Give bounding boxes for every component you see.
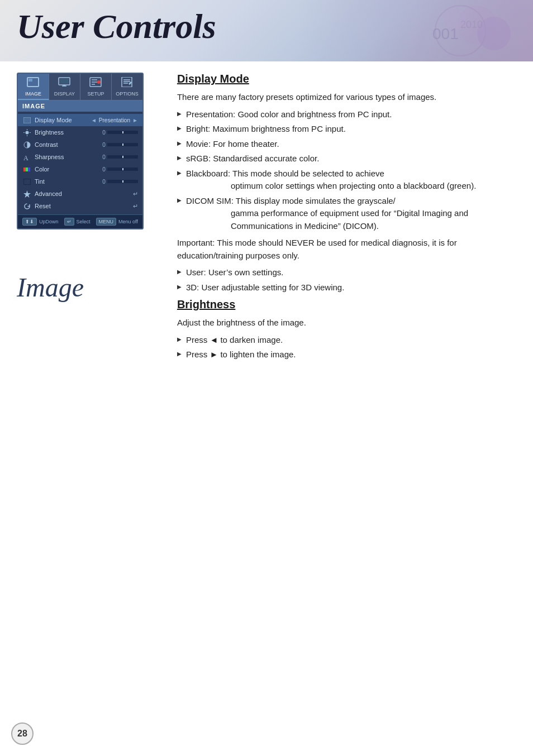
menu-item-reset[interactable]: Reset ↵ <box>18 200 142 212</box>
advanced-value: ↵ <box>133 190 138 198</box>
menu-item-sharpness[interactable]: A Sharpness 0 <box>18 151 142 163</box>
sharpness-label: Sharpness <box>35 154 99 160</box>
color-label: Color <box>35 166 99 173</box>
select-icon: ↵ <box>64 218 74 226</box>
updown-label: UpDown <box>39 219 59 224</box>
advanced-label: Advanced <box>35 190 133 197</box>
color-value: 0 <box>99 166 138 173</box>
svg-rect-30 <box>26 168 28 171</box>
menu-item-contrast[interactable]: Contrast 0 <box>18 138 142 151</box>
svg-point-22 <box>25 131 28 134</box>
display-mode-current: Presentation <box>99 117 130 123</box>
contrast-icon <box>22 140 31 149</box>
svg-point-16 <box>97 80 101 84</box>
advanced-icon <box>22 189 31 198</box>
image-label: Image <box>17 274 84 301</box>
bullet-dicom-indent: gamma performance of equipment used for … <box>186 207 516 232</box>
header-area: User Controls 001 2010 <box>0 0 533 61</box>
tab-options[interactable]: OPTIONS <box>112 74 142 100</box>
bullet-blackboard: Blackboard: This mode should be selected… <box>177 168 516 193</box>
contrast-slider[interactable] <box>107 143 138 146</box>
svg-rect-31 <box>28 168 30 171</box>
bullet-movie: Movie: For home theater. <box>177 138 516 151</box>
bullet-dicom-main: DICOM SIM: This display mode simulates t… <box>186 196 396 205</box>
sharpness-slider[interactable] <box>107 155 138 159</box>
display-mode-desc: There are many factory presets optimized… <box>160 91 516 104</box>
setup-tab-icon <box>89 77 102 90</box>
display-mode-title: Display Mode <box>160 73 516 85</box>
tab-display[interactable]: DISPLAY <box>49 74 80 100</box>
tint-icon <box>22 177 31 186</box>
tab-bar: IMAGE DISPLAY SETUP <box>18 74 142 101</box>
color-num: 0 <box>99 166 106 173</box>
menu-item-color[interactable]: Color 0 <box>18 163 142 175</box>
advanced-enter-icon: ↵ <box>133 190 138 198</box>
brightness-bullets: Press ◄ to darken image. Press ► to ligh… <box>160 334 516 361</box>
svg-rect-33 <box>24 179 30 184</box>
menu-item-brightness[interactable]: Brightness 0 <box>18 126 142 138</box>
menu-box: IMAGE DISPLAY SETUP <box>17 73 144 229</box>
display-mode-label: Display Mode <box>35 117 91 123</box>
display-mode-bullets: Presentation: Good color and brightness … <box>160 108 516 233</box>
display-mode-icon <box>22 116 31 125</box>
important-text: Important: This mode should NEVER be use… <box>160 237 516 262</box>
left-arrow: ◄ <box>91 117 97 123</box>
contrast-num: 0 <box>99 142 106 148</box>
tint-slider[interactable] <box>107 180 138 183</box>
select-label: Select <box>77 219 91 224</box>
updown-control: ⬆⬇ UpDown <box>22 218 59 226</box>
options-tab-icon <box>121 77 133 90</box>
bullet-user: User: User’s own settings. <box>177 266 516 279</box>
tab-options-label: OPTIONS <box>116 91 139 97</box>
display-mode-value: ◄ Presentation ► <box>91 117 138 123</box>
brightness-slider[interactable] <box>107 131 138 134</box>
bullet-dicom: DICOM SIM: This display mode simulates t… <box>177 195 516 233</box>
bullet-blackboard-main: Blackboard: This mode should be selected… <box>186 169 384 178</box>
bullet-darken: Press ◄ to darken image. <box>177 334 516 347</box>
bullet-blackboard-indent: optimum color settings when projecting o… <box>186 180 516 193</box>
menuoff-control: MENU Menu off <box>96 218 138 226</box>
brightness-title: Brightness <box>160 298 516 311</box>
bullet-bright: Bright: Maximum brightness from PC input… <box>177 123 516 136</box>
brightness-label: Brightness <box>35 129 99 136</box>
brightness-section: Brightness Adjust the brightness of the … <box>160 298 516 361</box>
color-slider[interactable] <box>107 168 138 171</box>
sharpness-icon: A <box>22 152 31 161</box>
menu-item-display-mode[interactable]: Display Mode ◄ Presentation ► <box>18 114 142 126</box>
menuoff-label: Menu off <box>118 219 138 224</box>
updown-icon: ⬆⬇ <box>22 218 37 226</box>
contrast-label: Contrast <box>35 141 99 148</box>
tab-setup[interactable]: SETUP <box>80 74 112 100</box>
brightness-num: 0 <box>99 130 106 136</box>
tint-label: Tint <box>35 178 99 185</box>
contrast-value: 0 <box>99 142 138 148</box>
extra-bullets: User: User’s own settings. 3D: User adju… <box>160 266 516 294</box>
reset-label: Reset <box>35 203 133 209</box>
image-tab-icon <box>27 77 39 90</box>
reset-value: ↵ <box>133 203 138 210</box>
tab-setup-label: SETUP <box>87 91 104 97</box>
bottom-bar: ⬆⬇ UpDown ↵ Select MENU Menu off <box>18 214 142 228</box>
tab-display-label: DISPLAY <box>54 91 75 97</box>
page-number: 28 <box>11 722 34 745</box>
display-mode-section: Display Mode There are many factory pres… <box>160 73 516 294</box>
sharpness-value: 0 <box>99 154 138 160</box>
tab-image-label: IMAGE <box>25 91 41 97</box>
tab-image[interactable]: IMAGE <box>18 74 49 100</box>
menu-section-header: IMAGE <box>18 101 142 112</box>
brightness-value: 0 <box>99 130 138 136</box>
menu-items-list: Display Mode ◄ Presentation ► Brightness… <box>18 112 142 214</box>
bullet-srgb: sRGB: Standardised accurate color. <box>177 152 516 165</box>
main-content: IMAGE DISPLAY SETUP <box>0 61 533 377</box>
select-control: ↵ Select <box>64 218 91 226</box>
page-title: User Controls <box>17 7 216 46</box>
menu-item-tint[interactable]: Tint 0 <box>18 175 142 188</box>
bullet-lighten: Press ► to lighten the image. <box>177 348 516 361</box>
menu-item-advanced[interactable]: Advanced ↵ <box>18 188 142 200</box>
svg-text:2010: 2010 <box>460 19 483 30</box>
display-tab-icon <box>58 77 70 90</box>
tint-value: 0 <box>99 179 138 185</box>
menuoff-icon: MENU <box>96 218 117 226</box>
right-arrow: ► <box>132 117 138 123</box>
brightness-icon <box>22 128 31 137</box>
